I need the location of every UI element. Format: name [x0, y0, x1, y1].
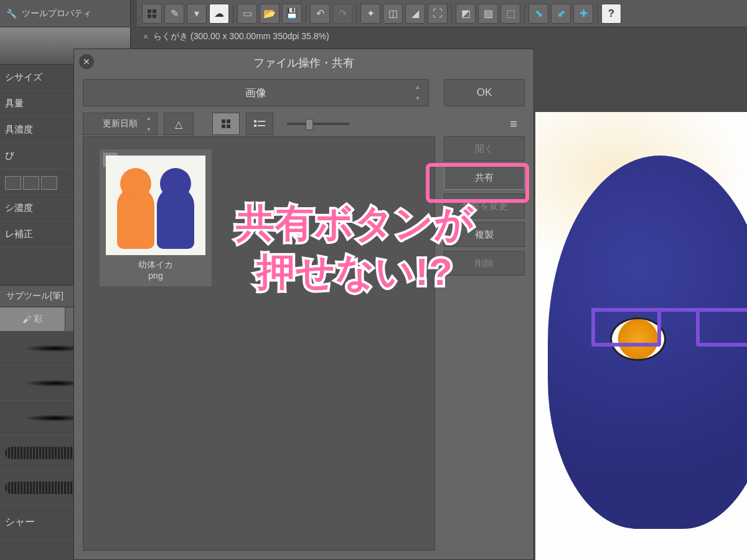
thumbnail-size-slider[interactable]	[287, 123, 349, 125]
spinner-icon[interactable]: ▲▼	[411, 82, 425, 104]
tool-property-label: ツールプロパティ	[22, 8, 92, 19]
file-list-area[interactable]: ✓ 幼体イカ png	[83, 136, 435, 551]
open-label: 開く	[475, 143, 494, 155]
new-file-icon[interactable]: ▭	[237, 4, 257, 24]
ok-label: OK	[477, 86, 492, 99]
list-icon	[254, 119, 265, 128]
save-icon[interactable]: 💾	[282, 4, 302, 24]
snap-icon[interactable]: ✚	[573, 4, 593, 24]
dialog-title: ファイル操作・共有	[74, 49, 533, 79]
snap-icon[interactable]: ⬋	[551, 4, 571, 24]
svg-rect-5	[227, 119, 230, 123]
open-folder-icon[interactable]: 📂	[260, 4, 280, 24]
category-label: 画像	[245, 86, 266, 100]
canvas[interactable]	[535, 112, 747, 560]
wrench-icon: 🔧	[6, 9, 17, 19]
subtool-tab-label: 彩	[34, 314, 42, 325]
close-icon: ✕	[83, 57, 90, 67]
transform-icon[interactable]: ⛶	[428, 4, 448, 24]
annotation-text: 共有ボタンが 押せない!?	[149, 199, 560, 296]
hamburger-icon: ≡	[510, 117, 517, 131]
tool-icon[interactable]: ◩	[456, 4, 476, 24]
stabilize-label: レ補正	[5, 228, 33, 240]
svg-rect-3	[153, 14, 156, 18]
ink-amount-label: 具量	[5, 98, 24, 110]
edit-icon[interactable]: ✎	[164, 4, 184, 24]
dialog-close-button[interactable]: ✕	[79, 54, 94, 69]
opacity-label: シ濃度	[5, 202, 33, 214]
spinner-icon[interactable]: ▲▼	[142, 113, 156, 135]
svg-rect-1	[153, 9, 156, 13]
redo-icon[interactable]: ↷	[332, 4, 352, 24]
deselect-icon[interactable]: ✦	[360, 4, 380, 24]
svg-rect-8	[254, 120, 256, 123]
svg-rect-4	[222, 119, 225, 123]
undo-icon[interactable]: ↶	[310, 4, 330, 24]
color-boxes	[5, 176, 57, 190]
color-box[interactable]	[23, 176, 39, 190]
open-button[interactable]: 開く	[444, 136, 525, 161]
svg-rect-6	[222, 124, 225, 128]
annotation-line-1: 共有ボタンが	[149, 199, 560, 248]
category-dropdown[interactable]: 画像 ▲▼	[83, 79, 429, 106]
tool-icon[interactable]: ⬚	[500, 4, 520, 24]
svg-rect-9	[258, 121, 265, 122]
color-box[interactable]	[5, 176, 21, 190]
document-tab-label[interactable]: らくがき (300.00 x 300.00mm 350dpi 35.8%)	[153, 31, 329, 42]
close-tab-icon[interactable]: ×	[143, 32, 148, 42]
tool-icon[interactable]: ▨	[478, 4, 498, 24]
caret-icon[interactable]: ▾	[187, 4, 207, 24]
document-tabbar: × らくがき (300.00 x 300.00mm 350dpi 35.8%)	[137, 27, 747, 46]
svg-rect-10	[254, 124, 256, 127]
grid-view-button[interactable]	[212, 113, 240, 135]
thumb-art-char	[117, 187, 154, 249]
svg-rect-0	[148, 9, 151, 13]
brush-preset-label: シャー	[5, 516, 35, 529]
ink-density-label: 具濃度	[5, 124, 33, 136]
menu-button[interactable]: ≡	[502, 113, 525, 135]
brush-icon: 🖌	[22, 314, 31, 324]
annotation-highlight-box	[426, 163, 529, 203]
grid-icon[interactable]	[142, 4, 162, 24]
artwork-glasses	[591, 308, 747, 333]
brush-size-label: シサイズ	[5, 72, 42, 83]
sort-direction-button[interactable]: △	[164, 113, 194, 135]
invert-icon[interactable]: ◢	[405, 4, 425, 24]
cloud-icon[interactable]: ☁	[209, 4, 229, 24]
subtool-header-label: サブツール[筆]	[6, 291, 63, 302]
subtool-tab-watercolor[interactable]: 🖌 彩	[0, 307, 65, 331]
select-all-icon[interactable]: ◫	[383, 4, 403, 24]
help-icon[interactable]: ?	[601, 4, 621, 24]
main-toolbar: ✎ ▾ ☁ ▭ 📂 💾 ↶ ↷ ✦ ◫ ◢ ⛶ ◩ ▨ ⬚ ⬊ ⬋ ✚ ?	[137, 0, 747, 27]
triangle-up-icon: △	[175, 118, 182, 130]
snap-icon[interactable]: ⬊	[529, 4, 548, 24]
sort-label: 更新日順	[103, 118, 138, 129]
annotation-line-2: 押せない!?	[149, 248, 560, 296]
svg-rect-7	[227, 124, 230, 128]
file-share-dialog: ✕ ファイル操作・共有 画像 ▲▼ OK 更新日順 ▲▼ △ ≡	[73, 49, 534, 560]
tool-property-header: 🔧 ツールプロパティ	[0, 0, 130, 27]
color-box[interactable]	[41, 176, 57, 190]
svg-rect-11	[258, 125, 265, 126]
grid-icon	[221, 119, 231, 129]
spread-label: び	[5, 150, 14, 162]
sort-dropdown[interactable]: 更新日順 ▲▼	[83, 113, 157, 135]
list-view-button[interactable]	[246, 113, 273, 135]
ok-button[interactable]: OK	[444, 79, 525, 106]
svg-rect-2	[148, 14, 151, 18]
